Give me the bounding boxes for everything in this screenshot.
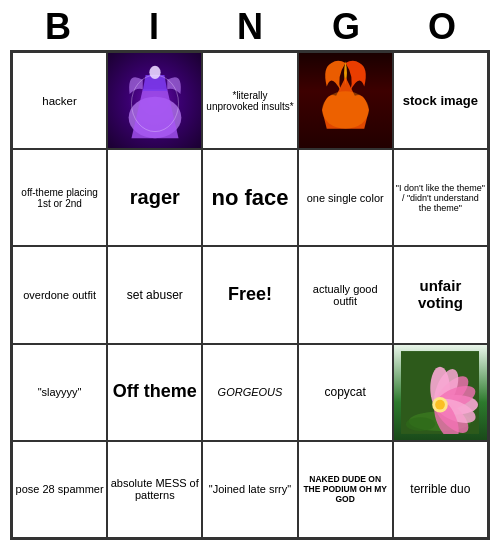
header-b: B <box>14 6 102 48</box>
svg-point-5 <box>322 91 369 129</box>
cell-r3c3[interactable]: copycat <box>298 344 393 441</box>
cell-r3c1[interactable]: Off theme <box>107 344 202 441</box>
cell-r3c2[interactable]: GORGEOUS <box>202 344 297 441</box>
cell-r1c4[interactable]: "I don't like the theme" / "didn't under… <box>393 149 488 246</box>
cell-r4c3[interactable]: NAKED DUDE ON THE PODIUM OH MY GOD <box>298 441 393 538</box>
cell-r0c4[interactable]: stock image <box>393 52 488 149</box>
cell-r4c0[interactable]: pose 28 spammer <box>12 441 107 538</box>
cell-r1c2[interactable]: no face <box>202 149 297 246</box>
cell-r0c0[interactable]: hacker <box>12 52 107 149</box>
header-g: G <box>302 6 390 48</box>
cell-r1c0[interactable]: off-theme placing 1st or 2nd <box>12 149 107 246</box>
cell-r3c4[interactable] <box>393 344 488 441</box>
bingo-header: B I N G O <box>10 0 490 50</box>
header-i: I <box>110 6 198 48</box>
cell-r3c0[interactable]: "slayyyy" <box>12 344 107 441</box>
svg-point-3 <box>149 65 160 78</box>
cell-r1c1[interactable]: rager <box>107 149 202 246</box>
cell-r0c1[interactable] <box>107 52 202 149</box>
header-n: N <box>206 6 294 48</box>
header-o: O <box>398 6 486 48</box>
cell-r4c2[interactable]: "Joined late srry" <box>202 441 297 538</box>
cell-r2c2-free[interactable]: Free! <box>202 246 297 343</box>
cell-r2c0[interactable]: overdone outfit <box>12 246 107 343</box>
cell-r2c4[interactable]: unfair voting <box>393 246 488 343</box>
cell-r0c3[interactable] <box>298 52 393 149</box>
bingo-grid: hacker *literally unprovoked insults* <box>10 50 490 540</box>
cell-r2c3[interactable]: actually good outfit <box>298 246 393 343</box>
cell-r4c4[interactable]: terrible duo <box>393 441 488 538</box>
svg-point-8 <box>406 417 435 431</box>
cell-r1c3[interactable]: one single color <box>298 149 393 246</box>
cell-r2c1[interactable]: set abuser <box>107 246 202 343</box>
svg-marker-1 <box>131 89 178 138</box>
svg-point-18 <box>436 400 446 410</box>
cell-r0c2[interactable]: *literally unprovoked insults* <box>202 52 297 149</box>
cell-r4c1[interactable]: absolute MESS of patterns <box>107 441 202 538</box>
